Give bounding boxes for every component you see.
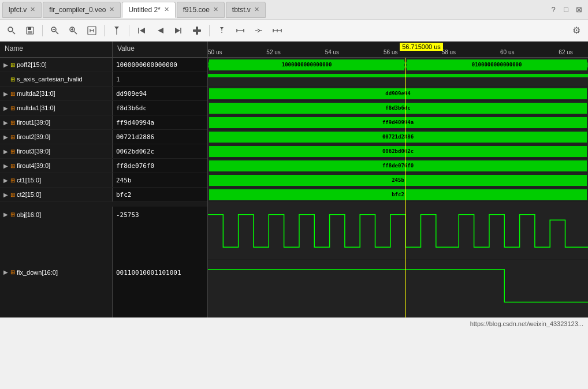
zoom-out-button[interactable] xyxy=(47,23,63,39)
waveform-area[interactable] xyxy=(208,58,588,317)
svg-marker-22 xyxy=(175,28,180,33)
help-btn[interactable]: ? xyxy=(549,5,558,14)
svg-rect-3 xyxy=(28,27,31,30)
tab-lpfct-close[interactable]: ✕ xyxy=(30,6,35,13)
tab-f915-label: f915.coe xyxy=(183,6,210,14)
time-ruler: 56.715000 us 50 us 52 us 54 us 56 us 58 … xyxy=(208,42,588,58)
time-label-56: 56 us xyxy=(384,49,397,55)
tab-untitled-label: Untitled 2* xyxy=(128,6,160,14)
expand-arrow-ct2[interactable]: ▶ xyxy=(3,192,8,198)
sig-value-fix-down: 00110010001101001 xyxy=(116,269,181,276)
tab-untitled-close[interactable]: ✕ xyxy=(164,6,169,13)
svg-line-1 xyxy=(13,31,16,34)
next-button[interactable] xyxy=(170,23,187,39)
signal-row-s-axis[interactable]: ⊞ s_axis_cartesian_tvalid 1 xyxy=(0,72,207,87)
tab-tbtst-close[interactable]: ✕ xyxy=(254,6,259,13)
tab-fir[interactable]: fir_compiler_0.veo ✕ xyxy=(43,2,121,18)
marker-button[interactable] xyxy=(214,23,230,39)
sig-value-obj: -25753 xyxy=(116,211,139,219)
cursor-tooltip: 56.715000 us xyxy=(400,43,443,51)
zoom-in-button[interactable] xyxy=(65,23,81,39)
sig-value-firout1: ff9d40994a xyxy=(116,119,154,126)
sig-value-ct2: bfc2 xyxy=(116,191,132,199)
settings-button[interactable]: ⚙ xyxy=(568,23,585,39)
svg-point-0 xyxy=(8,27,13,32)
fit-all-button[interactable] xyxy=(269,23,285,39)
expand-arrow-firout3[interactable]: ▶ xyxy=(3,148,8,155)
sig-name-obj: obj[16:0] xyxy=(17,211,41,218)
prev-button[interactable] xyxy=(152,23,168,39)
signal-row-ct1[interactable]: ▶ ⊞ ct1[15:0] 245b xyxy=(0,173,207,188)
expand-arrow-multda2[interactable]: ▶ xyxy=(3,91,8,97)
status-url: https://blog.csdn.net/weixin_43323123... xyxy=(470,320,583,327)
sig-name-poff2: poff2[15:0] xyxy=(17,61,47,68)
ref-button[interactable] xyxy=(251,23,267,39)
expand-arrow-firout1[interactable]: ▶ xyxy=(3,119,8,126)
column-headers: Name Value xyxy=(0,42,207,58)
signal-row-firout4[interactable]: ▶ ⊞ firout4[39:0] ff8de076f0 xyxy=(0,159,207,173)
svg-marker-19 xyxy=(140,28,145,33)
tab-bar: lpfct.v ✕ fir_compiler_0.veo ✕ Untitled … xyxy=(0,0,588,20)
sig-icon-poff2: ⊞ xyxy=(10,62,15,68)
tab-tbtst[interactable]: tbtst.v ✕ xyxy=(226,2,266,18)
expand-arrow-firout2[interactable]: ▶ xyxy=(3,134,8,140)
expand-arrow-multda1[interactable]: ▶ xyxy=(3,105,8,111)
cursor-btn[interactable] xyxy=(109,23,125,39)
expand-arrow-ct1[interactable]: ▶ xyxy=(3,177,8,184)
meas-button[interactable] xyxy=(232,23,248,39)
toolbar: ⚙ xyxy=(0,20,588,42)
signal-row-firout1[interactable]: ▶ ⊞ firout1[39:0] ff9d40994a xyxy=(0,115,207,130)
bottom-bar: https://blog.csdn.net/weixin_43323123... xyxy=(0,317,588,329)
sig-value-firout2: 00721d2886 xyxy=(116,133,154,141)
tab-fir-close[interactable]: ✕ xyxy=(109,6,114,13)
sig-name-multda2: multda2[31:0] xyxy=(17,90,55,97)
restore-btn[interactable]: □ xyxy=(561,5,571,14)
expand-arrow-fix-down[interactable]: ▶ xyxy=(3,269,8,275)
svg-rect-24 xyxy=(196,27,198,35)
tab-lpfct-label: lpfct.v xyxy=(9,6,27,14)
sig-icon-ct2: ⊞ xyxy=(10,192,15,198)
tab-f915-close[interactable]: ✕ xyxy=(213,6,218,13)
sep3 xyxy=(129,25,129,36)
signal-row-ct2[interactable]: ▶ ⊞ ct2[15:0] bfc2 xyxy=(0,188,207,202)
sig-name-firout2: firout2[39:0] xyxy=(17,133,50,140)
waveform-canvas xyxy=(208,58,588,317)
signal-row-obj[interactable]: ▶ ⊞ obj[16:0] -25753 xyxy=(0,202,207,260)
tab-f915[interactable]: f915.coe ✕ xyxy=(177,2,225,18)
maximize-btn[interactable]: ⊠ xyxy=(574,5,583,14)
signal-row-multda1[interactable]: ▶ ⊞ multda1[31:0] f8d3b6dc xyxy=(0,101,207,115)
tab-lpfct[interactable]: lpfct.v ✕ xyxy=(2,2,42,18)
sig-icon-ct1: ⊞ xyxy=(10,177,15,184)
fit-button[interactable] xyxy=(84,23,100,39)
go-start-button[interactable] xyxy=(133,23,150,39)
signal-row-poff2[interactable]: ▶ ⊞ poff2[15:0] 1000000000000000 xyxy=(0,58,207,72)
sig-name-multda1: multda1[31:0] xyxy=(17,104,55,111)
signal-row-firout3[interactable]: ▶ ⊞ firout3[39:0] 0062bd062c xyxy=(0,144,207,159)
svg-line-11 xyxy=(75,31,77,34)
svg-marker-26 xyxy=(220,27,224,29)
sep2 xyxy=(104,25,105,36)
sep4 xyxy=(209,25,210,36)
time-label-50: 50 us xyxy=(208,49,222,55)
cursor-line xyxy=(405,58,406,317)
sig-name-s-axis: s_axis_cartesian_tvalid xyxy=(17,76,83,83)
sig-name-firout3: firout3[39:0] xyxy=(17,148,50,155)
signal-viewer: Name Value ▶ ⊞ poff2[15:0] 1000000000000… xyxy=(0,42,588,317)
signal-row-fix-down[interactable]: ▶ ⊞ fix_down[16:0] 00110010001101001 xyxy=(0,260,207,317)
sig-value-firout3: 0062bd062c xyxy=(116,148,154,155)
signal-row-firout2[interactable]: ▶ ⊞ firout2[39:0] 00721d2886 xyxy=(0,130,207,144)
svg-line-32 xyxy=(258,29,260,31)
svg-rect-4 xyxy=(28,31,32,33)
tab-untitled[interactable]: Untitled 2* ✕ xyxy=(122,2,175,18)
time-label-52: 52 us xyxy=(266,49,280,55)
signal-row-multda2[interactable]: ▶ ⊞ multda2[31:0] dd909e94 xyxy=(0,87,207,101)
expand-arrow-poff2[interactable]: ▶ xyxy=(3,62,8,68)
add-signal-button[interactable] xyxy=(189,23,205,39)
search-button[interactable] xyxy=(3,23,20,39)
svg-marker-20 xyxy=(158,28,163,33)
sig-icon-obj: ⊞ xyxy=(10,211,15,218)
expand-arrow-obj[interactable]: ▶ xyxy=(3,211,8,218)
tab-tbtst-label: tbtst.v xyxy=(232,6,251,14)
expand-arrow-firout4[interactable]: ▶ xyxy=(3,163,8,169)
save-button[interactable] xyxy=(22,23,38,39)
